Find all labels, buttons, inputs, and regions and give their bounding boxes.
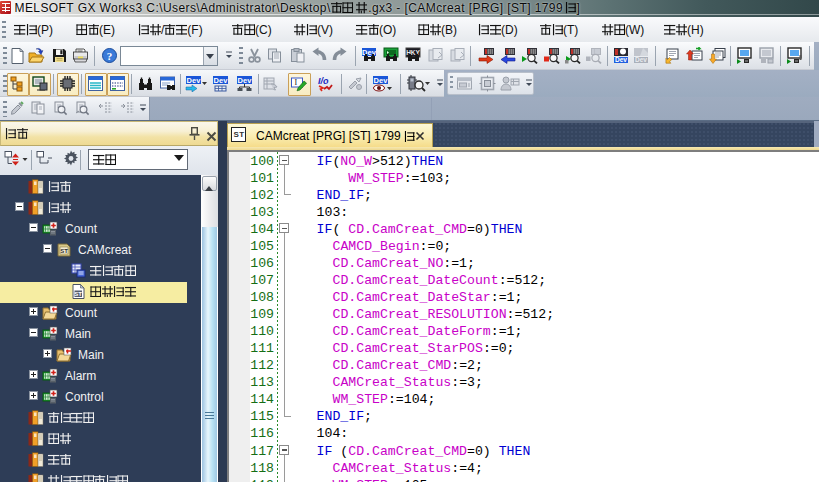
svg-text:Dev: Dev — [374, 76, 389, 85]
svg-text:Dev: Dev — [214, 76, 229, 85]
svg-text:Dev: Dev — [615, 56, 627, 63]
svg-text:ST: ST — [60, 248, 68, 254]
svg-text:Dev: Dev — [238, 76, 253, 85]
svg-text:ST: ST — [74, 291, 82, 297]
svg-text:I/o: I/o — [318, 76, 329, 86]
svg-text:Dev: Dev — [362, 48, 377, 57]
svg-text:?: ? — [107, 50, 113, 62]
svg-text:Dev: Dev — [187, 76, 202, 85]
svg-text:HKY: HKY — [406, 49, 420, 56]
svg-text:Dev: Dev — [635, 56, 647, 63]
svg-text:I: I — [295, 78, 298, 87]
